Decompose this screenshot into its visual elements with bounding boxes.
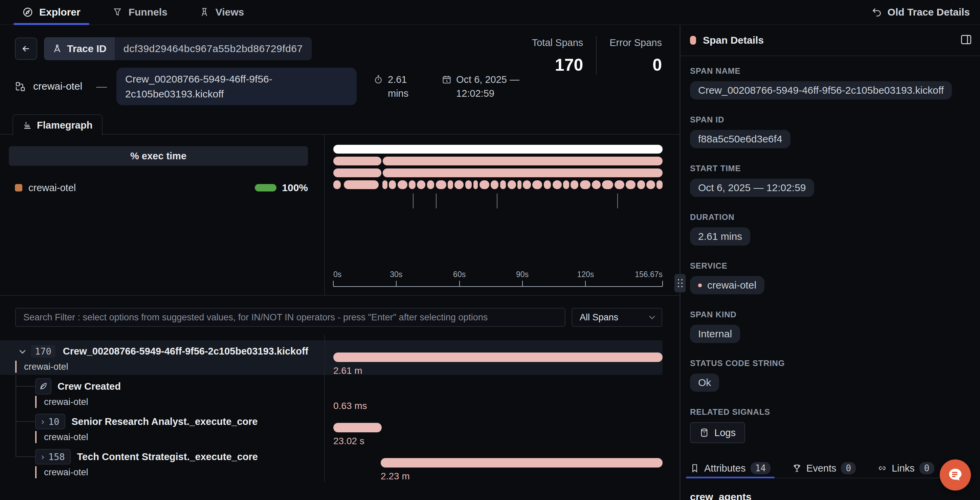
root-span-name-pill[interactable]: Crew_00208766-5949-46ff-9f56-2c105be0319… — [116, 68, 357, 105]
span-row-crew-created[interactable]: Crew Created crewai-otel 0.63 ms — [0, 376, 663, 410]
span-row-senior-research-analyst[interactable]: ›10 Senior Research Analyst._execute_cor… — [0, 411, 663, 445]
flame-span-segment[interactable] — [544, 180, 551, 189]
separator-dash: — — [96, 80, 107, 93]
top-nav: Explorer Funnels Views Old Trace Details — [0, 0, 980, 25]
trace-id-chip-label: Trace ID — [44, 37, 115, 60]
leaf-icon — [39, 382, 48, 391]
flame-span-segment[interactable] — [382, 180, 387, 189]
span-service: crewai-otel — [44, 467, 88, 478]
axis-tick-label: 0s — [333, 270, 342, 279]
flame-span-segment[interactable] — [602, 180, 613, 189]
logs-button[interactable]: Logs — [690, 422, 745, 443]
flame-span-segment[interactable] — [333, 157, 381, 165]
attribute-key: crew_agents — [690, 491, 970, 500]
flame-span-segment[interactable] — [508, 180, 516, 189]
flame-tickmarks — [333, 194, 663, 208]
flame-span-segment[interactable] — [553, 180, 562, 189]
tab-funnels[interactable]: Funnels — [103, 0, 176, 24]
chat-support-button[interactable] — [940, 459, 971, 490]
flame-span-segment[interactable] — [465, 180, 472, 189]
tab-funnels-label: Funnels — [129, 6, 167, 18]
flame-span-segment[interactable] — [517, 180, 522, 189]
axis-tick-mark — [459, 281, 460, 286]
flame-span-segment[interactable] — [398, 180, 407, 189]
tab-links[interactable]: Links 0 — [877, 459, 934, 478]
spans-select[interactable]: All Spans — [571, 308, 662, 327]
old-trace-details-button[interactable]: Old Trace Details — [871, 6, 973, 18]
related-signals-label: RELATED SIGNALS — [690, 407, 970, 417]
flame-span-segment[interactable] — [563, 180, 569, 189]
span-kind-value[interactable]: Internal — [690, 325, 740, 343]
span-name: Senior Research Analyst._execute_core — [72, 416, 258, 427]
start-time-value[interactable]: Oct 6, 2025 — 12:02:59 — [690, 179, 814, 197]
flame-span-segment[interactable] — [523, 180, 531, 189]
trace-id-chip[interactable]: Trace ID dcf39d29464bc967a55b2bd86729fd6… — [44, 37, 312, 60]
span-name-value[interactable]: Crew_00208766-5949-46ff-9f56-2c105be0319… — [690, 81, 952, 100]
flame-span-segment[interactable] — [571, 180, 578, 189]
compass-icon — [22, 7, 33, 17]
span-duration-label: 2.61 m — [333, 365, 363, 376]
flame-span-segment[interactable] — [409, 180, 415, 189]
span-id-value[interactable]: f88a5c50e6d3e6f4 — [690, 130, 791, 148]
collapse-panel-icon[interactable] — [960, 35, 972, 44]
flame-span-segment[interactable] — [614, 180, 624, 189]
tab-links-label: Links — [892, 463, 915, 474]
tab-events[interactable]: Events 0 — [792, 459, 856, 478]
flame-span-segment[interactable] — [344, 180, 379, 189]
span-name: Crew Created — [57, 381, 121, 392]
flame-span-segment[interactable] — [479, 180, 489, 189]
flame-span-segment[interactable] — [626, 180, 635, 189]
funnel-icon — [112, 7, 123, 17]
span-duration-bar[interactable] — [333, 352, 663, 362]
flame-span-segment[interactable] — [657, 180, 663, 189]
flame-row[interactable] — [333, 168, 663, 177]
flame-span-segment[interactable] — [333, 180, 341, 189]
back-button[interactable] — [15, 38, 37, 60]
flame-span-segment[interactable] — [580, 180, 590, 189]
field-label: SPAN KIND — [690, 310, 970, 319]
flame-span-segment[interactable] — [500, 180, 506, 189]
flame-span-segment[interactable] — [436, 180, 446, 189]
link-icon — [877, 463, 887, 473]
service-hierarchy-icon — [15, 81, 26, 92]
flame-span-segment[interactable] — [637, 180, 645, 189]
flame-row[interactable] — [333, 157, 663, 165]
flame-span-segment[interactable] — [448, 180, 453, 189]
view-tab-row: Flamegraph — [0, 114, 679, 135]
trace-header: Trace ID dcf39d29464bc967a55b2bd86729fd6… — [0, 25, 679, 114]
flame-span-segment[interactable] — [427, 180, 434, 189]
service-color-tick — [35, 396, 37, 408]
service-value[interactable]: crewai-otel — [690, 276, 764, 294]
tab-views[interactable]: Views — [191, 0, 253, 24]
tab-explorer[interactable]: Explorer — [14, 0, 89, 24]
span-duration-bar[interactable] — [333, 423, 382, 432]
expand-badge[interactable]: ›158 — [35, 449, 71, 465]
flame-span-segment[interactable] — [333, 168, 381, 177]
expand-badge[interactable]: ›10 — [35, 414, 65, 429]
flame-span-segment[interactable] — [455, 180, 464, 189]
flame-span-segment[interactable] — [417, 180, 425, 189]
status-code-value[interactable]: Ok — [690, 373, 719, 392]
flame-span-segment[interactable] — [473, 180, 478, 189]
flame-span-segment[interactable] — [383, 168, 663, 177]
span-row-root[interactable]: 170 Crew_00208766-5949-46ff-9f56-2c105be… — [0, 340, 663, 375]
flame-row[interactable] — [333, 180, 663, 189]
span-row-tech-content-strategist[interactable]: ›158 Tech Content Strategist._execute_co… — [0, 446, 663, 480]
flamegraph-canvas[interactable]: 0s30s60s90s120s156.67s — [325, 135, 679, 295]
search-filter-input[interactable] — [15, 308, 565, 327]
exec-time-row[interactable]: crewai-otel 100% — [9, 182, 308, 194]
span-duration-bar[interactable] — [381, 458, 663, 468]
flame-span-segment[interactable] — [646, 180, 655, 189]
flame-span-segment[interactable] — [532, 180, 542, 189]
flame-row[interactable] — [333, 145, 663, 154]
collapse-chevron-icon[interactable] — [19, 348, 25, 354]
tree-gantt-divider — [324, 335, 325, 483]
duration-value[interactable]: 2.61 mins — [690, 227, 750, 246]
flame-span-segment[interactable] — [592, 180, 600, 189]
flame-span-segment[interactable] — [491, 180, 498, 189]
flame-span-segment[interactable] — [389, 180, 396, 189]
tab-attributes[interactable]: Attributes 14 — [690, 459, 770, 478]
flame-span-segment[interactable] — [333, 145, 663, 154]
tab-flamegraph[interactable]: Flamegraph — [13, 114, 103, 135]
flame-span-segment[interactable] — [383, 157, 663, 165]
